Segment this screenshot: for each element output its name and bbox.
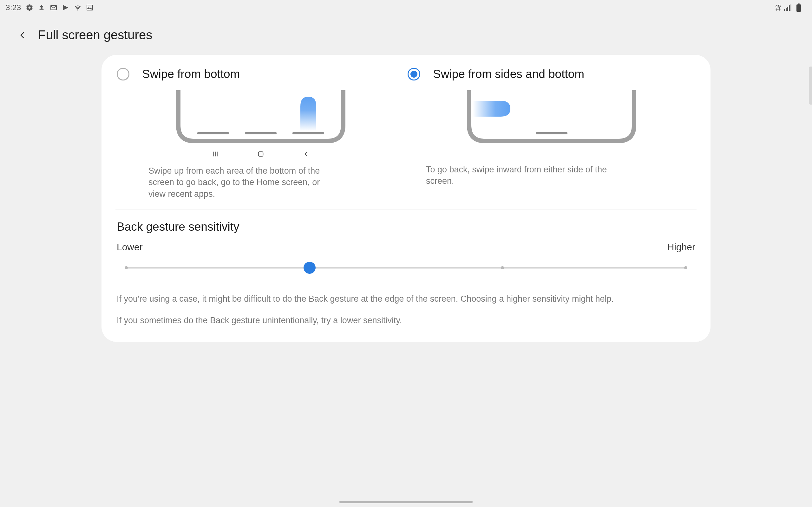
svg-rect-6 bbox=[791, 4, 792, 11]
status-bar: 3:23 4G bbox=[0, 0, 812, 15]
slider-tick-3[interactable] bbox=[684, 266, 687, 269]
play-store-icon bbox=[62, 4, 69, 11]
svg-rect-7 bbox=[798, 3, 800, 4]
slider-lower-label: Lower bbox=[117, 242, 143, 252]
back-button[interactable] bbox=[16, 29, 29, 42]
diagram-swipe-sides bbox=[408, 90, 695, 144]
page-title: Full screen gestures bbox=[38, 28, 152, 42]
sensitivity-slider[interactable] bbox=[117, 262, 695, 274]
svg-rect-4 bbox=[787, 7, 788, 11]
option-description: To go back, swipe inward from either sid… bbox=[408, 164, 629, 187]
svg-rect-8 bbox=[797, 4, 801, 12]
svg-rect-15 bbox=[258, 152, 263, 157]
lte-icon: 4G bbox=[775, 4, 781, 11]
diagram-swipe-bottom bbox=[117, 90, 404, 144]
option-label: Swipe from sides and bottom bbox=[433, 67, 584, 81]
option-description: Swipe up from each area of the bottom of… bbox=[117, 165, 339, 200]
svg-rect-3 bbox=[786, 8, 786, 11]
upload-icon bbox=[38, 4, 45, 11]
svg-rect-9 bbox=[197, 132, 229, 134]
home-icon bbox=[257, 151, 264, 159]
option-label: Swipe from bottom bbox=[142, 67, 240, 81]
option-swipe-from-bottom[interactable]: Swipe from bottom bbox=[117, 67, 404, 200]
home-indicator[interactable] bbox=[339, 501, 473, 503]
slider-tick-2[interactable] bbox=[501, 266, 504, 269]
battery-icon bbox=[795, 4, 803, 11]
svg-rect-11 bbox=[293, 132, 324, 134]
svg-rect-2 bbox=[784, 9, 785, 11]
sensitivity-help-2: If you sometimes do the Back gesture uni… bbox=[117, 315, 695, 327]
radio-swipe-from-bottom[interactable] bbox=[117, 68, 130, 80]
settings-card: Swipe from bottom bbox=[101, 55, 711, 342]
back-nav-icon bbox=[302, 151, 309, 159]
svg-rect-5 bbox=[789, 5, 790, 11]
status-clock: 3:23 bbox=[6, 3, 21, 12]
slider-tick-0[interactable] bbox=[125, 266, 128, 269]
radio-swipe-from-sides[interactable] bbox=[408, 68, 420, 80]
nav-hint-icons bbox=[117, 151, 404, 159]
slider-thumb[interactable] bbox=[304, 262, 316, 274]
svg-rect-16 bbox=[536, 132, 567, 134]
settings-icon bbox=[26, 4, 33, 11]
slider-higher-label: Higher bbox=[667, 242, 695, 252]
mail-icon bbox=[50, 4, 57, 11]
wifi-icon bbox=[74, 4, 82, 11]
app-bar: Full screen gestures bbox=[0, 15, 812, 55]
option-swipe-from-sides[interactable]: Swipe from sides and bottom bbox=[408, 67, 695, 200]
signal-icon bbox=[784, 4, 792, 11]
sensitivity-title: Back gesture sensitivity bbox=[117, 220, 695, 233]
svg-rect-10 bbox=[245, 132, 276, 134]
scroll-hint bbox=[809, 66, 812, 105]
divider bbox=[115, 209, 697, 210]
picture-icon bbox=[86, 4, 94, 11]
sensitivity-help-1: If you're using a case, it might be diff… bbox=[117, 293, 695, 305]
recents-icon bbox=[212, 151, 219, 159]
